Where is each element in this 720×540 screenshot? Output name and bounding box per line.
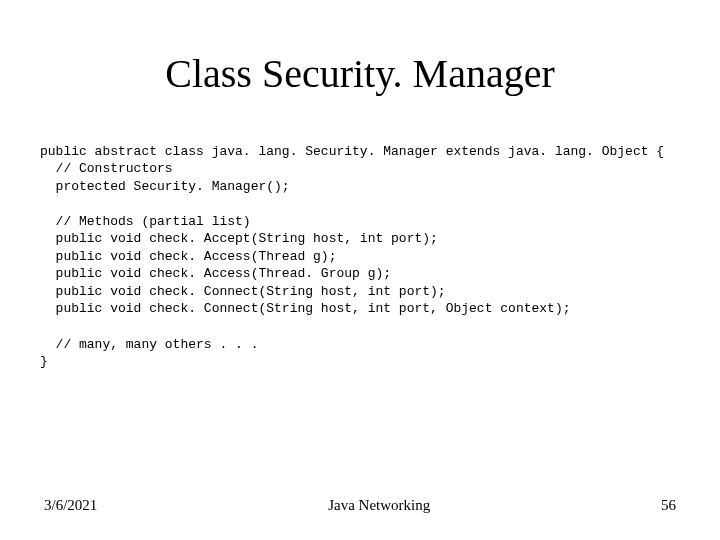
code-line: public void check. Connect(String host, … bbox=[40, 301, 571, 316]
code-line: protected Security. Manager(); bbox=[40, 179, 290, 194]
code-line: public void check. Access(Thread g); bbox=[40, 249, 336, 264]
code-line: public void check. Connect(String host, … bbox=[40, 284, 446, 299]
code-line: public abstract class java. lang. Securi… bbox=[40, 144, 664, 159]
code-line: // Constructors bbox=[40, 161, 173, 176]
slide: Class Security. Manager public abstract … bbox=[0, 0, 720, 540]
code-block: public abstract class java. lang. Securi… bbox=[40, 125, 680, 388]
code-line: } bbox=[40, 354, 48, 369]
footer-page-number: 56 bbox=[661, 497, 676, 514]
code-line: public void check. Accept(String host, i… bbox=[40, 231, 438, 246]
code-line: public void check. Access(Thread. Group … bbox=[40, 266, 391, 281]
page-title: Class Security. Manager bbox=[40, 50, 680, 97]
footer-date: 3/6/2021 bbox=[44, 497, 97, 514]
footer: 3/6/2021 Java Networking 56 bbox=[0, 497, 720, 514]
code-line: // Methods (partial list) bbox=[40, 214, 251, 229]
footer-center: Java Networking bbox=[328, 497, 430, 514]
code-line: // many, many others . . . bbox=[40, 337, 258, 352]
